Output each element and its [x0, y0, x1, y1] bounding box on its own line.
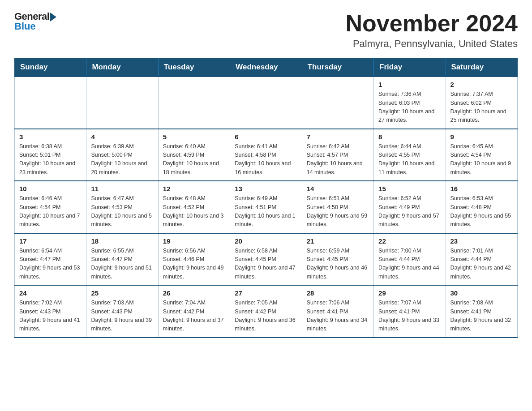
day-info: Sunrise: 6:48 AM Sunset: 4:52 PM Dayligh… — [163, 194, 225, 229]
calendar-cell: 17Sunrise: 6:54 AM Sunset: 4:47 PM Dayli… — [15, 233, 86, 286]
month-title: November 2024 — [346, 11, 518, 36]
weekday-header-row: SundayMondayTuesdayWednesdayThursdayFrid… — [15, 58, 518, 77]
day-number: 23 — [450, 237, 513, 245]
day-info: Sunrise: 6:41 AM Sunset: 4:58 PM Dayligh… — [235, 142, 297, 177]
calendar-cell: 21Sunrise: 6:59 AM Sunset: 4:45 PM Dayli… — [302, 233, 373, 286]
calendar-cell: 7Sunrise: 6:42 AM Sunset: 4:57 PM Daylig… — [302, 129, 373, 181]
calendar-week-row: 1Sunrise: 7:36 AM Sunset: 6:03 PM Daylig… — [15, 77, 518, 129]
calendar-cell: 19Sunrise: 6:56 AM Sunset: 4:46 PM Dayli… — [158, 233, 230, 286]
day-info: Sunrise: 7:36 AM Sunset: 6:03 PM Dayligh… — [378, 90, 441, 125]
day-info: Sunrise: 6:53 AM Sunset: 4:48 PM Dayligh… — [450, 194, 513, 229]
page-header: General Blue November 2024 Palmyra, Penn… — [14, 11, 518, 50]
day-info: Sunrise: 7:06 AM Sunset: 4:41 PM Dayligh… — [307, 299, 369, 334]
day-info: Sunrise: 6:47 AM Sunset: 4:53 PM Dayligh… — [91, 194, 153, 229]
calendar-cell: 26Sunrise: 7:04 AM Sunset: 4:42 PM Dayli… — [158, 285, 230, 338]
weekday-header-saturday: Saturday — [446, 58, 517, 77]
calendar-week-row: 10Sunrise: 6:46 AM Sunset: 4:54 PM Dayli… — [15, 181, 518, 233]
day-number: 29 — [378, 289, 441, 297]
day-number: 2 — [450, 81, 513, 88]
calendar-cell: 25Sunrise: 7:03 AM Sunset: 4:43 PM Dayli… — [86, 285, 158, 338]
calendar-cell: 1Sunrise: 7:36 AM Sunset: 6:03 PM Daylig… — [374, 77, 446, 129]
day-number: 19 — [163, 237, 225, 245]
calendar-cell: 23Sunrise: 7:01 AM Sunset: 4:44 PM Dayli… — [446, 233, 517, 286]
calendar-cell: 4Sunrise: 6:39 AM Sunset: 5:00 PM Daylig… — [86, 129, 158, 181]
calendar-cell: 10Sunrise: 6:46 AM Sunset: 4:54 PM Dayli… — [15, 181, 86, 233]
calendar-cell: 22Sunrise: 7:00 AM Sunset: 4:44 PM Dayli… — [374, 233, 446, 286]
day-number: 30 — [450, 289, 513, 297]
day-number: 22 — [378, 237, 441, 245]
day-number: 25 — [91, 289, 153, 297]
logo: General Blue — [14, 11, 56, 32]
calendar-cell: 28Sunrise: 7:06 AM Sunset: 4:41 PM Dayli… — [302, 285, 373, 338]
weekday-header-monday: Monday — [86, 58, 158, 77]
logo-arrow-icon — [50, 13, 56, 21]
day-info: Sunrise: 7:08 AM Sunset: 4:41 PM Dayligh… — [450, 299, 513, 334]
weekday-header-thursday: Thursday — [302, 58, 373, 77]
day-info: Sunrise: 6:54 AM Sunset: 4:47 PM Dayligh… — [19, 247, 82, 282]
day-info: Sunrise: 7:37 AM Sunset: 6:02 PM Dayligh… — [450, 90, 513, 125]
title-area: November 2024 Palmyra, Pennsylvania, Uni… — [346, 11, 518, 50]
day-info: Sunrise: 6:42 AM Sunset: 4:57 PM Dayligh… — [307, 142, 369, 177]
day-number: 12 — [163, 185, 225, 193]
calendar-cell — [158, 77, 230, 129]
calendar-cell: 8Sunrise: 6:44 AM Sunset: 4:55 PM Daylig… — [374, 129, 446, 181]
weekday-header-friday: Friday — [374, 58, 446, 77]
day-info: Sunrise: 6:51 AM Sunset: 4:50 PM Dayligh… — [307, 194, 369, 229]
calendar-cell: 12Sunrise: 6:48 AM Sunset: 4:52 PM Dayli… — [158, 181, 230, 233]
day-number: 16 — [450, 185, 513, 193]
day-number: 24 — [19, 289, 82, 297]
day-info: Sunrise: 7:04 AM Sunset: 4:42 PM Dayligh… — [163, 299, 225, 334]
calendar-cell: 9Sunrise: 6:45 AM Sunset: 4:54 PM Daylig… — [446, 129, 517, 181]
day-info: Sunrise: 6:38 AM Sunset: 5:01 PM Dayligh… — [19, 142, 82, 177]
day-number: 5 — [163, 133, 225, 141]
day-number: 8 — [378, 133, 441, 141]
day-info: Sunrise: 6:56 AM Sunset: 4:46 PM Dayligh… — [163, 247, 225, 282]
calendar-cell: 27Sunrise: 7:05 AM Sunset: 4:42 PM Dayli… — [230, 285, 302, 338]
calendar-cell: 20Sunrise: 6:58 AM Sunset: 4:45 PM Dayli… — [230, 233, 302, 286]
calendar-cell: 5Sunrise: 6:40 AM Sunset: 4:59 PM Daylig… — [158, 129, 230, 181]
weekday-header-wednesday: Wednesday — [230, 58, 302, 77]
calendar-cell: 6Sunrise: 6:41 AM Sunset: 4:58 PM Daylig… — [230, 129, 302, 181]
day-number: 28 — [307, 289, 369, 297]
calendar-cell: 18Sunrise: 6:55 AM Sunset: 4:47 PM Dayli… — [86, 233, 158, 286]
calendar-week-row: 3Sunrise: 6:38 AM Sunset: 5:01 PM Daylig… — [15, 129, 518, 181]
day-number: 14 — [307, 185, 369, 193]
day-info: Sunrise: 7:01 AM Sunset: 4:44 PM Dayligh… — [450, 247, 513, 282]
day-number: 10 — [19, 185, 82, 193]
calendar-cell: 13Sunrise: 6:49 AM Sunset: 4:51 PM Dayli… — [230, 181, 302, 233]
day-info: Sunrise: 6:52 AM Sunset: 4:49 PM Dayligh… — [378, 194, 441, 229]
day-number: 1 — [378, 81, 441, 88]
calendar-cell: 29Sunrise: 7:07 AM Sunset: 4:41 PM Dayli… — [374, 285, 446, 338]
day-number: 7 — [307, 133, 369, 141]
day-number: 11 — [91, 185, 153, 193]
calendar-cell — [230, 77, 302, 129]
day-info: Sunrise: 7:02 AM Sunset: 4:43 PM Dayligh… — [19, 299, 82, 334]
calendar-cell — [302, 77, 373, 129]
day-info: Sunrise: 7:03 AM Sunset: 4:43 PM Dayligh… — [91, 299, 153, 334]
calendar-cell — [15, 77, 86, 129]
weekday-header-tuesday: Tuesday — [158, 58, 230, 77]
day-number: 26 — [163, 289, 225, 297]
calendar-week-row: 17Sunrise: 6:54 AM Sunset: 4:47 PM Dayli… — [15, 233, 518, 286]
calendar-cell: 15Sunrise: 6:52 AM Sunset: 4:49 PM Dayli… — [374, 181, 446, 233]
day-number: 4 — [91, 133, 153, 141]
day-number: 3 — [19, 133, 82, 141]
day-info: Sunrise: 7:05 AM Sunset: 4:42 PM Dayligh… — [235, 299, 297, 334]
location-title: Palmyra, Pennsylvania, United States — [346, 38, 518, 50]
calendar-cell: 30Sunrise: 7:08 AM Sunset: 4:41 PM Dayli… — [446, 285, 517, 338]
day-number: 17 — [19, 237, 82, 245]
calendar-cell: 14Sunrise: 6:51 AM Sunset: 4:50 PM Dayli… — [302, 181, 373, 233]
day-number: 27 — [235, 289, 297, 297]
day-info: Sunrise: 6:59 AM Sunset: 4:45 PM Dayligh… — [307, 247, 369, 282]
day-info: Sunrise: 7:00 AM Sunset: 4:44 PM Dayligh… — [378, 247, 441, 282]
calendar-cell: 3Sunrise: 6:38 AM Sunset: 5:01 PM Daylig… — [15, 129, 86, 181]
day-info: Sunrise: 6:49 AM Sunset: 4:51 PM Dayligh… — [235, 194, 297, 229]
day-info: Sunrise: 6:46 AM Sunset: 4:54 PM Dayligh… — [19, 194, 82, 229]
day-number: 6 — [235, 133, 297, 141]
day-info: Sunrise: 6:45 AM Sunset: 4:54 PM Dayligh… — [450, 142, 513, 177]
day-info: Sunrise: 6:39 AM Sunset: 5:00 PM Dayligh… — [91, 142, 153, 177]
day-info: Sunrise: 6:55 AM Sunset: 4:47 PM Dayligh… — [91, 247, 153, 282]
calendar-cell — [86, 77, 158, 129]
calendar-cell: 11Sunrise: 6:47 AM Sunset: 4:53 PM Dayli… — [86, 181, 158, 233]
day-number: 21 — [307, 237, 369, 245]
